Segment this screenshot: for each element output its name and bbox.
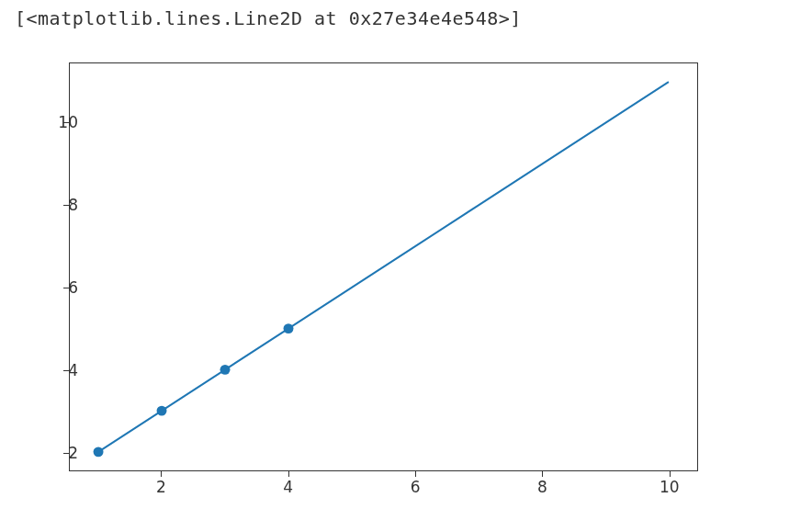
data-marker xyxy=(94,447,104,457)
data-marker xyxy=(284,323,294,333)
x-tick-mark xyxy=(415,471,416,477)
plot-box xyxy=(69,62,698,471)
y-tick-mark xyxy=(63,122,69,123)
x-tick-mark xyxy=(670,471,671,477)
chart-container: 246810246810 xyxy=(0,53,716,520)
data-marker xyxy=(220,365,231,375)
x-tick-label: 8 xyxy=(537,478,547,496)
x-tick-label: 10 xyxy=(660,478,680,496)
repr-output-text: [<matplotlib.lines.Line2D at 0x27e34e4e5… xyxy=(15,7,522,29)
line-series xyxy=(98,82,669,452)
data-marker xyxy=(157,406,167,416)
x-tick-label: 6 xyxy=(411,478,421,496)
y-tick-mark xyxy=(63,205,69,206)
plot-svg xyxy=(70,63,697,470)
y-tick-mark xyxy=(63,370,69,371)
y-tick-mark xyxy=(63,288,69,288)
x-tick-mark xyxy=(542,471,543,477)
y-tick-mark xyxy=(63,453,69,454)
x-tick-label: 4 xyxy=(283,478,293,496)
x-tick-mark xyxy=(288,471,289,477)
x-tick-label: 2 xyxy=(156,478,166,496)
x-tick-mark xyxy=(161,471,162,477)
